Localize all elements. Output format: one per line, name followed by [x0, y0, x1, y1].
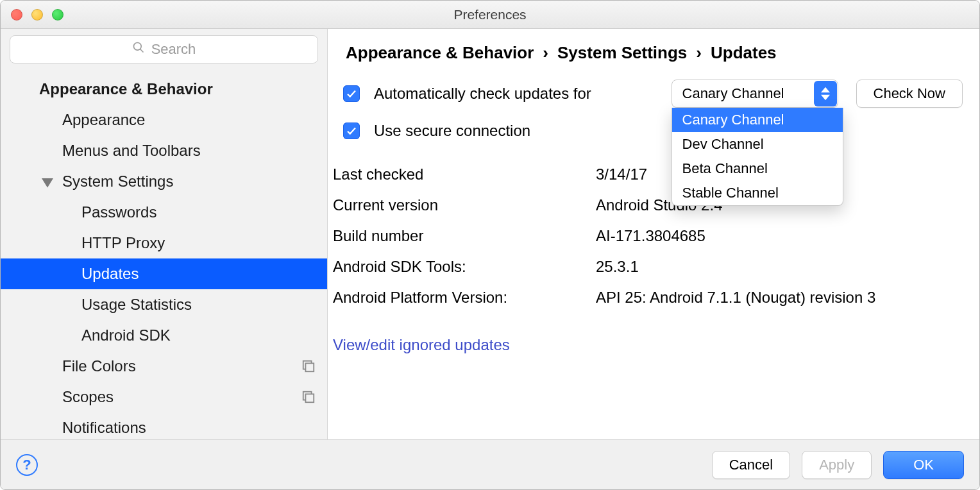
channel-selected: Canary Channel — [682, 85, 784, 102]
svg-rect-4 — [305, 363, 314, 371]
search-icon — [132, 41, 145, 58]
sidebar-tree: Appearance & Behavior Appearance Menus a… — [1, 70, 327, 439]
disclosure-triangle-icon[interactable] — [42, 176, 53, 187]
apply-button[interactable]: Apply — [802, 451, 872, 479]
channel-option-beta[interactable]: Beta Channel — [672, 156, 843, 181]
select-stepper-icon — [814, 81, 837, 106]
breadcrumb: Appearance & Behavior › System Settings … — [343, 29, 979, 68]
svg-marker-2 — [42, 178, 53, 187]
platform-version-label: Android Platform Version: — [333, 289, 596, 307]
sdk-tools-value: 25.3.1 — [596, 258, 964, 276]
secure-connection-checkbox[interactable] — [343, 122, 360, 139]
sidebar-item-notifications[interactable]: Notifications — [1, 412, 327, 439]
channel-option-canary[interactable]: Canary Channel — [672, 108, 843, 132]
sidebar-item-usage-statistics[interactable]: Usage Statistics — [1, 289, 327, 320]
channel-dropdown: Canary Channel Dev Channel Beta Channel … — [672, 108, 843, 206]
footer: ? Cancel Apply OK — [1, 439, 979, 489]
svg-point-0 — [133, 43, 141, 51]
svg-rect-6 — [305, 394, 314, 402]
sidebar-item-label: Scopes — [62, 388, 114, 406]
platform-version-value: API 25: Android 7.1.1 (Nougat) revision … — [596, 289, 964, 307]
last-checked-label: Last checked — [333, 165, 596, 183]
help-button[interactable]: ? — [16, 454, 38, 476]
build-number-value: AI-171.3804685 — [596, 227, 964, 245]
cancel-button[interactable]: Cancel — [712, 451, 790, 479]
ignored-updates-link[interactable]: View/edit ignored updates — [333, 336, 979, 354]
sidebar-item-updates[interactable]: Updates — [1, 258, 327, 289]
window-controls — [11, 9, 63, 21]
sidebar-item-system-settings[interactable]: System Settings — [1, 166, 327, 197]
ok-button[interactable]: OK — [883, 451, 964, 479]
sidebar: Search Appearance & Behavior Appearance … — [1, 29, 328, 439]
secure-connection-label: Use secure connection — [374, 122, 530, 140]
breadcrumb-item: Updates — [711, 43, 777, 63]
search-placeholder: Search — [151, 41, 196, 58]
channel-option-stable[interactable]: Stable Channel — [672, 181, 843, 205]
sidebar-item-scopes[interactable]: Scopes — [1, 382, 327, 412]
close-window-button[interactable] — [11, 9, 22, 21]
sidebar-item-appearance[interactable]: Appearance — [1, 105, 327, 135]
sidebar-item-http-proxy[interactable]: HTTP Proxy — [1, 228, 327, 258]
breadcrumb-item: System Settings — [557, 43, 687, 63]
auto-check-checkbox[interactable] — [343, 85, 360, 102]
breadcrumb-item: Appearance & Behavior — [346, 43, 534, 63]
sidebar-item-file-colors[interactable]: File Colors — [1, 351, 327, 382]
breadcrumb-separator-icon: › — [543, 43, 548, 63]
titlebar: Preferences — [1, 1, 979, 29]
svg-line-1 — [140, 49, 143, 53]
window-title: Preferences — [453, 7, 526, 22]
info-grid: Last checked 3/14/17 Current version And… — [333, 165, 964, 307]
svg-marker-8 — [821, 95, 830, 100]
sidebar-item-android-sdk[interactable]: Android SDK — [1, 320, 327, 351]
svg-marker-7 — [821, 87, 830, 92]
sdk-tools-label: Android SDK Tools: — [333, 258, 596, 276]
content: Search Appearance & Behavior Appearance … — [1, 29, 979, 439]
minimize-window-button[interactable] — [31, 9, 43, 21]
zoom-window-button[interactable] — [52, 9, 63, 21]
channel-option-dev[interactable]: Dev Channel — [672, 132, 843, 156]
preferences-window: Preferences Search Appearance & Behavior… — [0, 0, 980, 490]
sidebar-item-menus-toolbars[interactable]: Menus and Toolbars — [1, 135, 327, 166]
main-panel: Appearance & Behavior › System Settings … — [328, 29, 979, 439]
build-number-label: Build number — [333, 227, 596, 245]
current-version-label: Current version — [333, 196, 596, 214]
sidebar-group-appearance-behavior[interactable]: Appearance & Behavior — [1, 74, 327, 105]
sidebar-item-label: File Colors — [62, 357, 136, 375]
sidebar-item-label: System Settings — [62, 173, 173, 190]
channel-select[interactable]: Canary Channel Canary Channel Dev Channe… — [672, 80, 838, 108]
auto-check-label: Automatically check updates for — [374, 85, 591, 103]
sidebar-item-passwords[interactable]: Passwords — [1, 197, 327, 228]
project-scope-icon — [301, 359, 316, 373]
project-scope-icon — [301, 390, 316, 404]
check-now-button[interactable]: Check Now — [856, 80, 963, 108]
breadcrumb-separator-icon: › — [696, 43, 702, 63]
search-input[interactable]: Search — [10, 35, 318, 63]
